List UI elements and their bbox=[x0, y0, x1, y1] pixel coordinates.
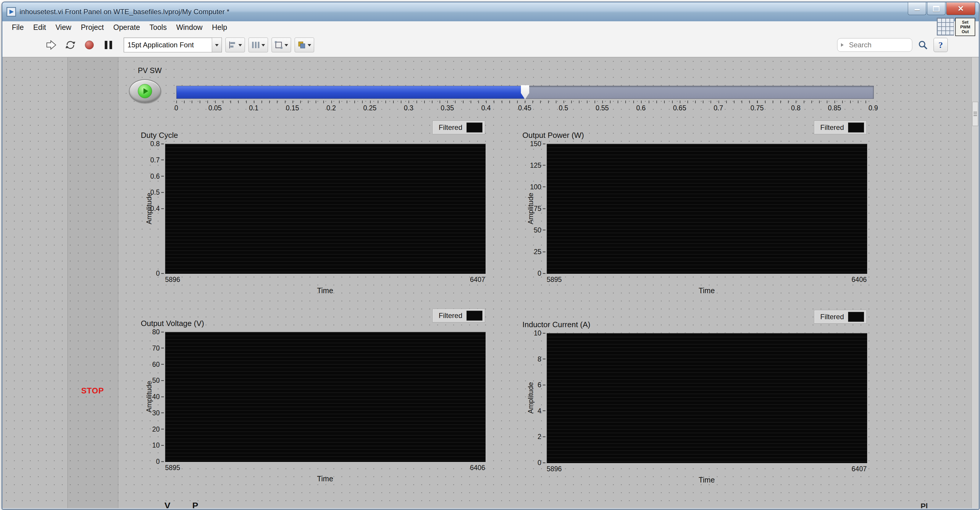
chart-inductor-current: Filtered Inductor Current (A) Amplitude … bbox=[520, 310, 867, 488]
waveform-trace bbox=[165, 332, 485, 462]
pv-slider-track[interactable] bbox=[176, 86, 874, 99]
slider-tick-label: 0.45 bbox=[518, 104, 531, 112]
x-axis-label: Time bbox=[547, 286, 867, 295]
pause-icon bbox=[105, 41, 112, 49]
slider-tick-marks bbox=[176, 100, 873, 103]
x-min-label: 5895 bbox=[165, 464, 180, 472]
font-selector[interactable]: 15pt Application Font bbox=[124, 38, 222, 53]
clipped-label-pl: Pl bbox=[921, 502, 928, 508]
waveform-icon bbox=[848, 312, 864, 322]
labview-front-panel-window: inhousetest.vi Front Panel on WTE_basefi… bbox=[2, 2, 979, 509]
slider-tick-label: 0.75 bbox=[751, 104, 764, 112]
titlebar[interactable]: inhousetest.vi Front Panel on WTE_basefi… bbox=[2, 2, 979, 21]
menu-item-operate[interactable]: Operate bbox=[108, 22, 145, 32]
x-min-label: 5895 bbox=[547, 276, 562, 284]
window-title: inhousetest.vi Front Panel on WTE_basefi… bbox=[19, 8, 229, 16]
slider-tick-label: 0.6 bbox=[636, 104, 646, 112]
chart-title: Inductor Current (A) bbox=[522, 320, 590, 329]
maximize-button[interactable] bbox=[927, 2, 945, 15]
minimize-button[interactable] bbox=[908, 2, 926, 15]
menu-item-tools[interactable]: Tools bbox=[145, 22, 171, 32]
run-button[interactable] bbox=[44, 37, 59, 53]
y-tick-label: 125 bbox=[530, 161, 546, 169]
splitter-band bbox=[67, 57, 118, 508]
play-triangle-icon bbox=[143, 88, 148, 94]
run-icon bbox=[46, 40, 57, 50]
slider-tick-label: 0.15 bbox=[286, 104, 299, 112]
slider-tick-label: 0.3 bbox=[404, 104, 413, 112]
y-tick-label: 50 bbox=[534, 226, 546, 234]
run-continuous-button[interactable] bbox=[63, 37, 78, 53]
legend-label: Filtered bbox=[820, 313, 844, 321]
y-tick-label: 4 bbox=[538, 407, 546, 415]
menu-bar: File Edit View Project Operate Tools Win… bbox=[2, 21, 979, 33]
menu-item-project[interactable]: Project bbox=[76, 22, 108, 32]
minimize-icon bbox=[915, 9, 920, 10]
slider-tick-label: 0.85 bbox=[828, 104, 841, 112]
y-tick-label: 8 bbox=[538, 355, 546, 363]
y-tick-label: 10 bbox=[534, 329, 546, 337]
legend-label: Filtered bbox=[439, 123, 462, 132]
help-label: ? bbox=[939, 40, 943, 50]
clipped-label-p: P bbox=[192, 500, 198, 508]
y-tick-label: 75 bbox=[534, 205, 546, 213]
y-tick-label: 60 bbox=[152, 360, 164, 368]
y-tick-label: 0.7 bbox=[150, 156, 164, 164]
slider-tick-label: 0.4 bbox=[481, 104, 491, 112]
waveform-icon bbox=[848, 123, 864, 132]
context-help-button[interactable]: ? bbox=[934, 38, 948, 52]
font-selector-value: 15pt Application Font bbox=[124, 41, 212, 49]
magnifier-icon bbox=[918, 40, 928, 50]
search-input[interactable] bbox=[848, 40, 894, 49]
stop-button[interactable]: STOP bbox=[67, 386, 118, 395]
slider-tick-label: 0.35 bbox=[441, 104, 454, 112]
resize-objects-icon bbox=[275, 41, 283, 49]
plot-area bbox=[547, 333, 867, 463]
menu-item-file[interactable]: File bbox=[7, 22, 29, 32]
abort-button[interactable] bbox=[82, 37, 97, 53]
pause-button[interactable] bbox=[100, 37, 116, 53]
pv-switch-button[interactable] bbox=[129, 79, 161, 103]
scrollbar-thumb[interactable] bbox=[972, 102, 978, 126]
search-box[interactable] bbox=[837, 38, 912, 52]
vi-icon-setpwmout[interactable]: Set PWM Out bbox=[955, 18, 975, 36]
slider-tick-label: 0.25 bbox=[363, 104, 377, 112]
menu-item-view[interactable]: View bbox=[51, 22, 76, 32]
slider-tick-label: 0.55 bbox=[595, 104, 609, 112]
slider-tick-label: 0.2 bbox=[326, 104, 336, 112]
y-tick-label: 80 bbox=[152, 328, 164, 336]
close-icon: ✕ bbox=[958, 5, 964, 13]
y-axis-ticks: 1501251007550250 bbox=[520, 144, 546, 273]
align-objects-icon bbox=[228, 41, 237, 49]
resize-objects-dropdown[interactable] bbox=[272, 38, 291, 53]
search-button[interactable] bbox=[916, 38, 930, 52]
y-tick-label: 70 bbox=[152, 344, 164, 352]
waveform-trace bbox=[547, 144, 867, 274]
menu-item-window[interactable]: Window bbox=[172, 22, 207, 32]
font-selector-dropdown[interactable] bbox=[212, 38, 221, 52]
menu-item-help[interactable]: Help bbox=[207, 22, 232, 32]
plot-legend[interactable]: Filtered bbox=[814, 121, 867, 134]
plot-legend[interactable]: Filtered bbox=[433, 121, 485, 134]
labview-vi-icon bbox=[6, 7, 16, 17]
plot-legend[interactable]: Filtered bbox=[433, 309, 485, 322]
chart-duty-cycle: Filtered Duty Cycle Amplitude 0.80.70.60… bbox=[139, 121, 485, 298]
menu-item-edit[interactable]: Edit bbox=[29, 22, 51, 32]
abort-icon bbox=[85, 40, 94, 49]
reorder-objects-dropdown[interactable] bbox=[294, 38, 314, 53]
plot-area bbox=[547, 144, 867, 274]
clipped-label-v: V bbox=[164, 500, 170, 508]
y-tick-label: 0 bbox=[538, 459, 546, 467]
align-objects-dropdown[interactable] bbox=[225, 38, 245, 53]
plot-area bbox=[165, 144, 486, 274]
panel-vertical-scrollbar[interactable] bbox=[971, 57, 979, 508]
slider-tick-label: 0.05 bbox=[208, 104, 221, 112]
run-continuous-icon bbox=[65, 40, 75, 50]
close-button[interactable]: ✕ bbox=[946, 2, 975, 15]
plot-legend[interactable]: Filtered bbox=[814, 310, 867, 324]
y-tick-label: 0.4 bbox=[150, 205, 164, 213]
chevron-down-icon bbox=[239, 44, 242, 48]
chart-title: Output Voltage (V) bbox=[141, 319, 204, 328]
distribute-objects-dropdown[interactable] bbox=[248, 38, 268, 53]
chart-title: Duty Cycle bbox=[141, 131, 178, 140]
